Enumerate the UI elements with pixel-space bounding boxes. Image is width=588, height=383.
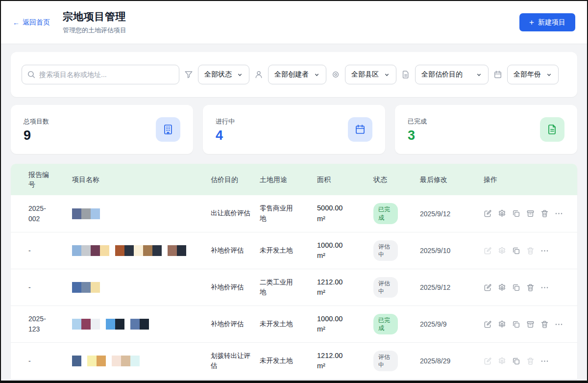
name-block bbox=[106, 319, 115, 330]
edit-icon bbox=[484, 247, 492, 255]
copy-icon[interactable] bbox=[512, 357, 520, 365]
report-number: - bbox=[28, 246, 52, 256]
building-icon bbox=[156, 117, 180, 142]
search-input[interactable] bbox=[22, 65, 179, 84]
plus-icon: + bbox=[529, 18, 534, 27]
area-value: 1212.00m² bbox=[317, 277, 373, 298]
report-number: - bbox=[28, 356, 52, 366]
chevron-down-icon bbox=[546, 72, 552, 78]
name-block bbox=[143, 245, 152, 256]
more-icon[interactable] bbox=[555, 320, 563, 329]
purpose-filter-select[interactable]: 全部估价目的 bbox=[415, 65, 489, 84]
column-header-modified: 最后修改 bbox=[420, 175, 474, 184]
report-number: 2025-123 bbox=[28, 314, 52, 334]
new-project-button[interactable]: + 新建项目 bbox=[519, 13, 575, 31]
stat-value: 4 bbox=[216, 129, 235, 142]
name-block bbox=[72, 319, 81, 330]
archive-icon[interactable] bbox=[526, 209, 535, 218]
column-header-status: 状态 bbox=[373, 175, 420, 184]
copy-icon[interactable] bbox=[512, 283, 520, 292]
valuation-purpose: 补地价评估 bbox=[211, 246, 255, 255]
land-use: 未开发土地 bbox=[260, 356, 297, 366]
new-project-label: 新建项目 bbox=[538, 18, 565, 27]
gear-icon[interactable] bbox=[498, 320, 506, 329]
trash-icon[interactable] bbox=[540, 320, 549, 329]
name-block bbox=[81, 282, 91, 293]
search-icon bbox=[27, 70, 36, 79]
back-link-label: 返回首页 bbox=[23, 18, 50, 27]
last-modified-date: 2025/8/29 bbox=[420, 357, 474, 365]
name-block bbox=[91, 319, 100, 330]
copy-icon[interactable] bbox=[512, 247, 520, 255]
name-block bbox=[91, 208, 100, 219]
name-block bbox=[81, 319, 91, 330]
purpose-filter-value: 全部估价目的 bbox=[421, 70, 463, 79]
name-block bbox=[115, 319, 124, 330]
name-block-gap bbox=[106, 356, 112, 366]
land-use: 零售商业用地 bbox=[260, 204, 297, 224]
chevron-down-icon bbox=[314, 72, 320, 78]
gear-icon bbox=[498, 247, 506, 255]
page-header: ← 返回首页 宗地项目管理 管理您的土地评估项目 + 新建项目 bbox=[1, 1, 587, 44]
name-block bbox=[81, 245, 91, 256]
page-subtitle: 管理您的土地评估项目 bbox=[63, 26, 126, 35]
valuation-purpose: 补地价评估 bbox=[211, 319, 255, 329]
column-header-report-no: 报告编号 bbox=[28, 170, 58, 190]
edit-icon[interactable] bbox=[484, 283, 492, 292]
archive-icon[interactable] bbox=[526, 320, 535, 329]
more-icon[interactable] bbox=[540, 357, 549, 365]
stat-card-completed: 已完成 3 bbox=[395, 105, 577, 154]
name-block bbox=[134, 245, 143, 256]
edit-icon[interactable] bbox=[484, 320, 492, 329]
more-icon[interactable] bbox=[555, 209, 563, 218]
creator-filter-select[interactable]: 全部创建者 bbox=[268, 65, 326, 84]
location-icon bbox=[331, 70, 340, 79]
name-block bbox=[72, 282, 81, 293]
name-block bbox=[72, 208, 81, 219]
projects-table: 报告编号 项目名称 估价目的 土地用途 面积 状态 最后修改 操作 2025-0… bbox=[11, 164, 577, 379]
more-icon[interactable] bbox=[540, 283, 549, 292]
chevron-down-icon bbox=[384, 72, 390, 78]
gear-icon[interactable] bbox=[498, 209, 506, 218]
name-block bbox=[100, 245, 109, 256]
column-header-actions: 操作 bbox=[474, 175, 570, 184]
stat-value: 3 bbox=[408, 129, 427, 142]
app-window: ← 返回首页 宗地项目管理 管理您的土地评估项目 + 新建项目 全部状态 bbox=[0, 0, 588, 383]
project-name-redacted bbox=[72, 245, 211, 256]
gear-icon[interactable] bbox=[498, 283, 506, 292]
name-block bbox=[152, 245, 162, 256]
document-icon bbox=[401, 70, 410, 79]
status-filter-select[interactable]: 全部状态 bbox=[198, 65, 249, 84]
name-block-gap bbox=[100, 319, 106, 330]
trash-icon bbox=[526, 357, 535, 365]
name-block bbox=[87, 356, 97, 366]
filter-bar: 全部状态 全部创建者 全部县区 全部估价目的 全部年份 bbox=[11, 52, 577, 97]
chevron-down-icon bbox=[237, 72, 243, 78]
trash-icon[interactable] bbox=[540, 209, 549, 218]
name-block bbox=[115, 245, 124, 256]
column-header-project-name: 项目名称 bbox=[72, 175, 211, 184]
name-block bbox=[140, 319, 149, 330]
status-badge: 已完成 bbox=[373, 314, 398, 334]
stats-row: 总项目数 9 进行中 4 已完成 3 bbox=[11, 105, 577, 154]
table-row: -划拨转出让评估未开发土地1212.00m²评估中2025/8/29 bbox=[11, 342, 577, 379]
valuation-purpose: 出让底价评估 bbox=[211, 208, 255, 218]
table-row: 2025-123补地价评估未开发土地1000.00m²已完成2025/9/9 bbox=[11, 306, 577, 342]
area-value: 1000.00m² bbox=[317, 314, 373, 334]
report-number: 2025-002 bbox=[28, 204, 52, 224]
copy-icon[interactable] bbox=[512, 320, 520, 329]
calendar-icon bbox=[348, 117, 372, 142]
year-filter-select[interactable]: 全部年份 bbox=[507, 65, 559, 84]
name-block-gap bbox=[81, 356, 87, 366]
row-actions bbox=[474, 320, 570, 329]
trash-icon[interactable] bbox=[526, 283, 535, 292]
name-block bbox=[72, 356, 81, 366]
district-filter-select[interactable]: 全部县区 bbox=[345, 65, 396, 84]
table-row: -补地价评估二类工业用地1212.00m²评估中2025/9/12 bbox=[11, 269, 577, 306]
edit-icon[interactable] bbox=[484, 209, 492, 218]
more-icon[interactable] bbox=[540, 247, 549, 255]
back-home-link[interactable]: ← 返回首页 bbox=[13, 18, 50, 27]
name-block bbox=[72, 245, 81, 256]
copy-icon[interactable] bbox=[512, 209, 520, 218]
last-modified-date: 2025/9/9 bbox=[420, 320, 474, 328]
